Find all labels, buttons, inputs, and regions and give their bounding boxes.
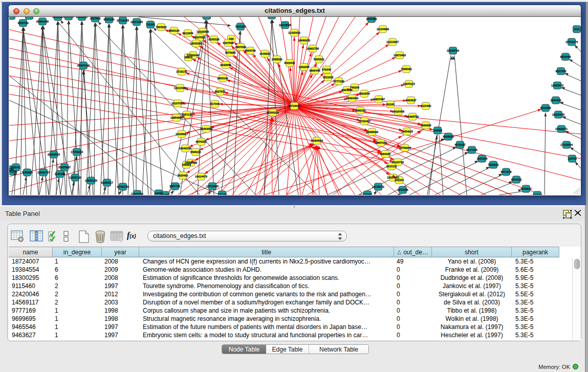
svg-text:19353594: 19353594: [200, 127, 212, 130]
svg-text:2087682: 2087682: [366, 17, 377, 20]
svg-text:10807487: 10807487: [373, 98, 385, 101]
svg-text:19756928: 19756928: [399, 146, 411, 149]
svg-text:20691406: 20691406: [36, 20, 49, 23]
svg-text:817006: 817006: [210, 102, 220, 105]
svg-text:12093872: 12093872: [551, 84, 563, 87]
svg-text:7625402: 7625402: [178, 174, 188, 177]
svg-text:12942757: 12942757: [37, 171, 50, 174]
svg-text:8966160: 8966160: [53, 17, 63, 18]
svg-text:18724007: 18724007: [288, 104, 300, 107]
svg-text:10120746: 10120746: [391, 161, 404, 164]
svg-text:16961758: 16961758: [307, 47, 319, 50]
svg-text:9327508: 9327508: [223, 41, 234, 45]
svg-text:9329966: 9329966: [560, 55, 571, 58]
svg-text:16671355: 16671355: [130, 20, 143, 24]
svg-text:3824554: 3824554: [359, 92, 370, 95]
svg-text:1588520: 1588520: [272, 58, 282, 61]
svg-text:16782759: 16782759: [117, 185, 129, 188]
svg-text:8471676: 8471676: [501, 170, 512, 173]
svg-text:160994: 160994: [182, 163, 191, 166]
svg-text:10958117: 10958117: [101, 181, 113, 184]
svg-text:33975687: 33975687: [58, 166, 71, 169]
svg-text:25300233: 25300233: [267, 111, 279, 114]
svg-text:12975115: 12975115: [403, 82, 415, 85]
svg-text:8990448: 8990448: [310, 69, 320, 72]
svg-text:16154808: 16154808: [377, 28, 389, 31]
svg-text:252254: 252254: [395, 179, 404, 182]
svg-text:1065326: 1065326: [63, 17, 74, 18]
svg-text:8322032: 8322032: [285, 61, 295, 64]
svg-text:10025458: 10025458: [392, 110, 404, 113]
svg-text:9242848: 9242848: [221, 63, 231, 67]
svg-text:9474444: 9474444: [467, 148, 477, 151]
svg-text:25206533: 25206533: [48, 153, 60, 156]
svg-text:9146821: 9146821: [260, 52, 271, 55]
svg-text:16640910: 16640910: [298, 39, 310, 42]
svg-text:3267130: 3267130: [182, 113, 192, 116]
svg-text:9327503: 9327503: [194, 36, 205, 39]
svg-text:751552: 751552: [146, 23, 155, 26]
svg-text:1621022: 1621022: [323, 76, 334, 79]
svg-text:15751074: 15751074: [565, 40, 578, 43]
svg-text:8427552: 8427552: [215, 90, 226, 93]
svg-text:546: 546: [229, 37, 234, 40]
svg-text:2867608: 2867608: [235, 46, 246, 49]
svg-text:8938923: 8938923: [443, 135, 454, 138]
svg-text:16648784: 16648784: [447, 49, 459, 52]
svg-text:25053346: 25053346: [77, 64, 90, 67]
svg-text:9245612: 9245612: [521, 187, 532, 190]
svg-text:19166827: 19166827: [176, 133, 188, 136]
svg-text:8186328: 8186328: [209, 38, 220, 41]
svg-text:17016504: 17016504: [560, 143, 573, 146]
svg-text:19384554: 19384554: [311, 139, 323, 142]
svg-text:15720407: 15720407: [358, 120, 371, 123]
svg-text:173342: 173342: [363, 193, 372, 195]
svg-text:9115460: 9115460: [421, 104, 431, 107]
svg-text:13226058: 13226058: [197, 30, 209, 33]
svg-text:7986322: 7986322: [355, 109, 366, 112]
svg-text:2803144: 2803144: [217, 77, 228, 80]
svg-text:9054112: 9054112: [511, 178, 522, 181]
svg-text:7632621: 7632621: [488, 163, 499, 166]
svg-text:12213967: 12213967: [386, 40, 399, 43]
svg-text:11923446: 11923446: [131, 192, 143, 195]
svg-text:10653267: 10653267: [76, 17, 88, 18]
svg-text:8678352: 8678352: [196, 140, 207, 143]
svg-text:9227342: 9227342: [556, 70, 567, 73]
svg-text:16046798: 16046798: [179, 147, 191, 150]
svg-text:2055724: 2055724: [9, 17, 17, 17]
svg-text:9857791: 9857791: [170, 185, 181, 188]
svg-text:7357224: 7357224: [235, 25, 246, 28]
svg-text:6966160: 6966160: [104, 18, 115, 21]
svg-text:10688609: 10688609: [366, 130, 378, 134]
svg-text:16107553: 16107553: [171, 102, 184, 105]
svg-text:8660124: 8660124: [169, 29, 180, 32]
svg-text:6497568: 6497568: [342, 89, 353, 92]
svg-text:98901: 98901: [185, 56, 192, 59]
svg-text:12505135: 12505135: [69, 176, 81, 179]
svg-text:1244415: 1244415: [551, 99, 561, 102]
svg-text:16210643: 16210643: [552, 113, 564, 116]
svg-text:20364436: 20364436: [346, 97, 358, 100]
svg-text:141381: 141381: [160, 193, 169, 195]
svg-text:1362635: 1362635: [299, 65, 310, 69]
svg-text:8454749: 8454749: [245, 49, 256, 52]
svg-text:19854982: 19854982: [170, 116, 183, 119]
svg-text:10719155: 10719155: [117, 19, 129, 22]
svg-text:14138141: 14138141: [372, 185, 384, 188]
svg-text:19218506: 19218506: [279, 24, 291, 27]
svg-text:12213389: 12213389: [174, 86, 186, 90]
svg-text:164095: 164095: [433, 129, 442, 132]
svg-text:11325419: 11325419: [288, 31, 300, 34]
svg-text:17957225: 17957225: [85, 179, 97, 182]
svg-text:2935114: 2935114: [477, 157, 488, 160]
svg-text:16495756: 16495756: [406, 115, 419, 118]
svg-text:1112: 1112: [574, 28, 579, 31]
svg-text:14914479: 14914479: [195, 175, 207, 178]
svg-text:1145194: 1145194: [55, 172, 66, 176]
svg-text:2718170: 2718170: [177, 70, 187, 73]
svg-text:17359924: 17359924: [71, 150, 83, 154]
svg-text:3215958: 3215958: [540, 106, 551, 110]
svg-text:10973493: 10973493: [394, 54, 406, 57]
svg-text:116753: 116753: [568, 157, 577, 160]
